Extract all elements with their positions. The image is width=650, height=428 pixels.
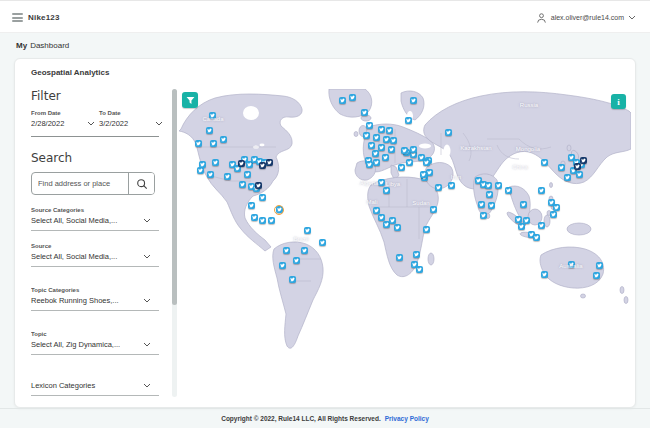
map-marker[interactable] <box>390 137 397 144</box>
map-marker[interactable] <box>593 272 600 279</box>
map-marker[interactable] <box>558 164 565 171</box>
map-marker[interactable] <box>541 159 548 166</box>
map-marker[interactable] <box>239 181 246 188</box>
filter-panel-scrollbar[interactable] <box>172 89 177 397</box>
map-marker[interactable] <box>389 217 396 224</box>
map-marker[interactable] <box>485 182 492 189</box>
map-marker[interactable] <box>550 211 557 218</box>
map-marker[interactable] <box>366 161 373 168</box>
map-marker[interactable] <box>259 194 266 201</box>
map-marker[interactable] <box>220 136 227 143</box>
hamburger-menu-icon[interactable] <box>12 13 23 22</box>
map-marker[interactable] <box>378 126 385 133</box>
map-marker[interactable] <box>255 182 262 189</box>
map-marker[interactable] <box>266 159 273 166</box>
map-marker[interactable] <box>420 171 427 178</box>
map-marker[interactable] <box>372 150 379 157</box>
map-marker[interactable] <box>373 134 380 141</box>
map-marker[interactable] <box>388 146 395 153</box>
map-marker[interactable] <box>553 204 560 211</box>
map-marker[interactable] <box>361 109 368 116</box>
map-marker[interactable] <box>580 157 587 164</box>
map-marker[interactable] <box>401 147 408 154</box>
topic-dropdown[interactable]: Topic Select All, Zig Dynamica,... <box>31 331 159 355</box>
map-marker[interactable] <box>248 202 255 209</box>
map-marker[interactable] <box>373 159 380 166</box>
map-marker[interactable] <box>410 146 417 153</box>
map-marker[interactable] <box>238 160 245 167</box>
map-marker[interactable] <box>423 159 430 166</box>
map-marker[interactable] <box>486 191 493 198</box>
map-marker[interactable] <box>209 112 216 119</box>
map-marker[interactable] <box>410 97 417 104</box>
map-marker[interactable] <box>293 257 300 264</box>
map-marker[interactable] <box>423 226 430 233</box>
map-marker[interactable] <box>533 234 540 241</box>
map-marker[interactable] <box>394 224 401 231</box>
map-marker[interactable] <box>373 207 380 214</box>
map-marker[interactable] <box>564 174 571 181</box>
from-date-select[interactable]: 2/28/2022 <box>31 119 95 128</box>
map-marker[interactable] <box>224 173 231 180</box>
map-filter-button[interactable] <box>182 92 198 108</box>
search-input[interactable] <box>32 173 128 194</box>
map-marker[interactable] <box>538 187 545 194</box>
topic-categories-dropdown[interactable]: Topic Categories Reebok Running Shoes,..… <box>31 287 159 311</box>
map-marker[interactable] <box>251 214 258 221</box>
map-marker[interactable] <box>518 223 525 230</box>
map-marker[interactable] <box>206 127 213 134</box>
map-marker[interactable] <box>416 266 423 273</box>
map-marker[interactable] <box>301 247 308 254</box>
map-marker[interactable] <box>378 144 385 151</box>
map-marker[interactable] <box>383 187 390 194</box>
map-marker[interactable] <box>378 214 385 221</box>
map-marker[interactable] <box>268 217 275 224</box>
map-marker[interactable] <box>259 217 266 224</box>
map-marker[interactable] <box>541 271 548 278</box>
map-marker[interactable] <box>396 254 403 261</box>
map-marker[interactable] <box>210 140 217 147</box>
map-marker[interactable] <box>259 162 266 169</box>
map-marker[interactable] <box>574 163 581 170</box>
map-marker[interactable] <box>197 167 204 174</box>
map-marker[interactable] <box>448 182 455 189</box>
map-marker[interactable] <box>478 201 485 208</box>
map-marker[interactable] <box>520 201 527 208</box>
to-date-select[interactable]: 3/2/2022 <box>99 119 163 128</box>
map-marker[interactable] <box>435 184 442 191</box>
lexicon-categories-dropdown[interactable]: Lexicon Categories <box>31 381 159 396</box>
map-marker[interactable] <box>386 127 393 134</box>
map-marker[interactable] <box>368 142 375 149</box>
map-marker[interactable] <box>378 179 385 186</box>
user-menu[interactable]: alex.oliver@rule14.com <box>536 1 636 34</box>
geospatial-map[interactable]: CanadaRussiaKazakhstanMongoliaChinaIranA… <box>179 89 631 397</box>
map-marker[interactable] <box>279 262 286 269</box>
map-marker[interactable] <box>568 261 575 268</box>
map-marker[interactable] <box>339 97 346 104</box>
map-marker[interactable] <box>596 262 603 269</box>
map-marker[interactable] <box>413 251 420 258</box>
map-marker[interactable] <box>195 140 202 147</box>
scrollbar-thumb[interactable] <box>172 89 177 305</box>
map-marker[interactable] <box>495 182 502 189</box>
map-marker[interactable] <box>319 239 326 246</box>
map-info-button[interactable]: i <box>611 94 626 109</box>
map-marker[interactable] <box>488 202 495 209</box>
source-categories-dropdown[interactable]: Source Categories Select All, Social Med… <box>31 207 159 231</box>
map-marker[interactable] <box>283 247 290 254</box>
map-marker[interactable] <box>538 222 545 229</box>
source-dropdown[interactable]: Source Select All, Social Media,... <box>31 243 159 267</box>
map-marker[interactable] <box>289 276 296 283</box>
map-marker[interactable] <box>398 164 405 171</box>
map-marker[interactable] <box>480 212 487 219</box>
map-marker[interactable] <box>363 132 370 139</box>
map-marker[interactable] <box>406 159 413 166</box>
map-marker[interactable] <box>349 94 356 101</box>
map-marker[interactable] <box>244 171 251 178</box>
map-marker[interactable] <box>212 159 219 166</box>
map-marker[interactable] <box>505 187 512 194</box>
map-marker[interactable] <box>304 227 311 234</box>
map-marker[interactable] <box>445 129 452 136</box>
map-marker[interactable] <box>405 117 412 124</box>
map-marker[interactable] <box>382 154 389 161</box>
